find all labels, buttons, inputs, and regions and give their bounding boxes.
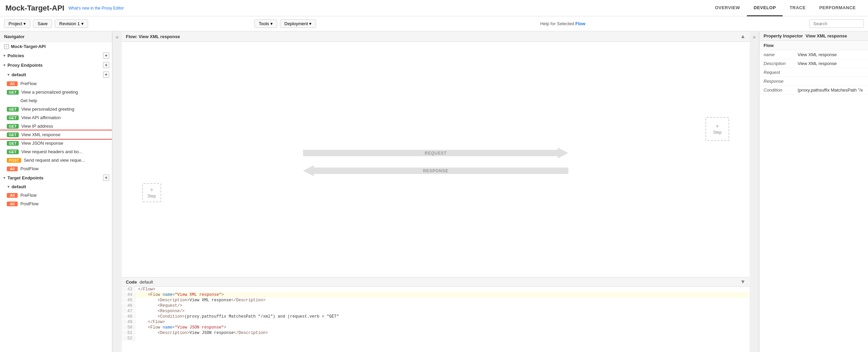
deployment-label: Deployment [284,21,308,26]
collapse-navigator-button[interactable]: « [112,31,122,352]
revision-chevron-icon: ▾ [81,21,84,26]
badge-all-preflow: All [7,81,18,86]
target-endpoints-add-button[interactable]: + [103,175,109,181]
target-endpoints-triangle-icon: ▼ [3,176,6,180]
response-arrow-row: RESPONSE [303,165,568,176]
property-val-description: View XML response [798,61,864,66]
whats-new-link[interactable]: What's new in the Proxy Editor [68,6,124,11]
proxy-default-add-button[interactable]: + [103,71,109,78]
property-row-response: Response [760,77,868,86]
badge-get-view-xml: GET [7,132,19,137]
nav-section-proxy-endpoints[interactable]: ▼ Proxy Endpoints + [0,60,112,70]
request-label: REQUEST [424,151,447,156]
policies-add-button[interactable]: + [103,52,109,59]
tab-develop[interactable]: DEVELOP [747,0,783,16]
nav-item-view-personalized-greeting[interactable]: GET View personalized greeting [0,105,112,113]
proxy-endpoints-add-button[interactable]: + [103,62,109,68]
nav-tree: ≡ Mock-Target-API ▼ Policies + ▼ Proxy E… [0,42,112,352]
tab-performance[interactable]: PERFORMANCE [813,0,863,16]
property-inspector-subtitle: View XML response [806,33,847,38]
tools-label: Tools [259,21,269,26]
flow-canvas: + Step REQUEST RESPONSE + Step [122,42,750,277]
nav-proxy-default[interactable]: ▼ default + [0,70,112,79]
proxy-default-triangle-icon: ▼ [7,73,10,77]
code-line-43: 43 </Flow> [122,287,750,292]
step-box-bottom[interactable]: + Step [142,183,161,202]
tab-trace[interactable]: TRACE [783,0,812,16]
code-line-51: 51 <Description>View JSON response</Desc… [122,330,750,336]
project-label: Project [9,21,22,26]
code-panel: Code default ▼ 43 </Flow> 44 <Flow name=… [122,277,750,352]
code-header-title: Code [126,279,137,285]
code-body[interactable]: 43 </Flow> 44 <Flow name="View XML respo… [122,287,750,352]
doc-icon: ≡ [4,44,9,49]
code-line-45: 45 <Description>View XML response</Descr… [122,298,750,303]
code-line-52: 52 [122,336,750,341]
collapse-property-button[interactable]: » [750,31,759,352]
nav-item-view-xml-response[interactable]: GET View XML response [0,130,112,139]
deployment-button[interactable]: Deployment ▾ [280,19,316,28]
flow-collapse-up-icon[interactable]: ▲ [740,33,746,39]
nav-target-default[interactable]: ▼ default [0,182,112,191]
tab-overview[interactable]: OVERVIEW [708,0,747,16]
target-default-triangle-icon: ▼ [7,185,10,189]
app-title: Mock-Target-API [5,4,64,13]
nav-root-item[interactable]: ≡ Mock-Target-API [0,42,112,51]
revision-button[interactable]: Revision 1 ▾ [55,19,88,28]
nav-item-send-request[interactable]: POST Send request and view reque... [0,156,112,164]
nav-item-preflow[interactable]: All PreFlow [0,79,112,88]
badge-get-view-ip-address: GET [7,124,19,129]
tools-button[interactable]: Tools ▾ [254,19,277,28]
flow-help-link[interactable]: Flow [575,21,586,26]
nav-section-policies[interactable]: ▼ Policies + [0,51,112,60]
search-input[interactable] [809,19,864,28]
property-row-condition: Condition (proxy.pathsuffix MatchesPath … [760,86,868,95]
request-arrow: REQUEST [303,148,568,159]
save-button[interactable]: Save [33,19,52,28]
code-line-44: 44 <Flow name="View XML response"> [122,292,750,298]
badge-all-target-preflow: All [7,193,18,198]
nav-item-view-json-response[interactable]: GET View JSON response [0,139,112,147]
nav-item-view-request-headers[interactable]: GET View request headers and bo... [0,147,112,156]
nav-item-view-ip-address[interactable]: GET View IP address [0,122,112,130]
property-key-name: name [764,52,798,57]
property-row-request: Request [760,68,868,77]
badge-get-view-personalized-a: GET [7,90,19,95]
nav-item-postflow[interactable]: All PostFlow [0,164,112,173]
flow-canvas-top: + Step [135,117,736,141]
property-inspector-panel: Property Inspector View XML response Flo… [759,31,868,352]
request-arrow-row: REQUEST [303,148,568,159]
code-header: Code default ▼ [122,277,750,287]
property-key-request: Request [764,70,798,75]
proxy-endpoints-triangle-icon: ▼ [3,63,6,67]
nav-item-view-api-affirmation[interactable]: GET View API affirmation [0,113,112,122]
project-button[interactable]: Project ▾ [4,19,30,28]
property-inspector-title: Property Inspector [764,33,803,38]
nav-item-target-preflow[interactable]: All PreFlow [0,191,112,199]
step-plus-bottom-icon: + [150,187,154,194]
code-line-46: 46 <Request/> [122,303,750,308]
property-section-flow: Flow [760,41,868,50]
code-line-49: 49 </Flow> [122,319,750,325]
main-layout: Navigator ≡ Mock-Target-API ▼ Policies +… [0,31,868,352]
code-collapse-icon[interactable]: ▼ [740,279,746,285]
flow-header: Flow: View XML response ▲ [122,31,750,42]
top-nav: Mock-Target-API What's new in the Proxy … [0,0,868,16]
tools-chevron-icon: ▾ [270,21,273,26]
nav-item-target-postflow[interactable]: All PostFlow [0,199,112,208]
step-box-top[interactable]: + Step [705,117,729,141]
nav-section-target-endpoints[interactable]: ▼ Target Endpoints + [0,173,112,182]
center-panel: Flow: View XML response ▲ + Step REQUEST [122,31,750,352]
badge-post-send-request: POST [7,158,21,163]
property-val-name: View XML response [798,52,864,57]
toolbar: Project ▾ Save Revision 1 ▾ Tools ▾ Depl… [0,16,868,31]
property-key-response: Response [764,79,798,84]
policies-triangle-icon: ▼ [3,54,6,58]
badge-all-postflow: All [7,166,18,171]
code-line-48: 48 <Condition>(proxy.pathsuffix MatchesP… [122,314,750,319]
nav-item-view-a-personalized-greeting[interactable]: GET View a personalized greeting [0,88,112,96]
property-row-description: Description View XML response [760,59,868,68]
step-plus-icon: + [716,123,719,130]
nav-item-get-help[interactable]: Get help [0,96,112,105]
property-val-condition: (proxy.pathsuffix MatchesPath "/x [798,87,864,93]
